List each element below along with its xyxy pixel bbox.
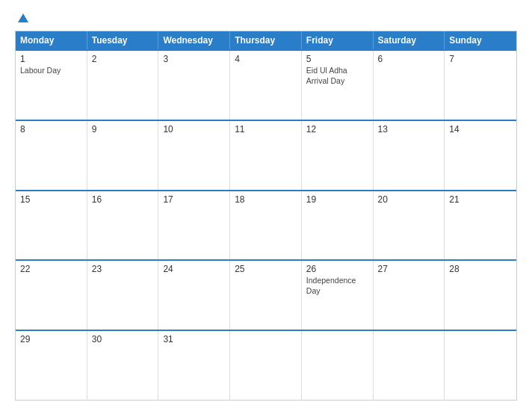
- cal-cell: 25: [230, 261, 302, 330]
- cal-cell: 1Labour Day: [16, 51, 87, 120]
- cal-cell: [230, 331, 302, 400]
- day-number: 22: [20, 264, 82, 274]
- logo-blue-text: [15, 13, 28, 23]
- cal-cell: 4: [230, 51, 302, 120]
- day-event: Independence Day: [306, 276, 368, 296]
- cal-week-5: 293031: [16, 330, 516, 400]
- cal-cell: 16: [87, 191, 159, 260]
- day-event: Eid Ul Adha: [306, 66, 368, 76]
- day-number: 26: [306, 264, 368, 274]
- cal-cell: 11: [230, 121, 302, 190]
- day-number: 18: [235, 194, 297, 205]
- day-number: 28: [449, 264, 512, 274]
- day-number: 30: [92, 334, 154, 344]
- cal-cell: 12: [302, 121, 374, 190]
- cal-cell: 20: [374, 191, 445, 260]
- cal-cell: 18: [230, 191, 302, 260]
- day-number: 16: [92, 194, 154, 205]
- calendar-body: 1Labour Day2345Eid Ul AdhaArrival Day678…: [16, 49, 516, 400]
- day-number: 10: [163, 124, 225, 135]
- day-number: 14: [449, 124, 512, 135]
- cal-cell: 13: [374, 121, 445, 190]
- day-number: 24: [163, 264, 225, 274]
- cal-week-1: 1Labour Day2345Eid Ul AdhaArrival Day67: [16, 49, 516, 120]
- cal-header-sunday: Sunday: [445, 31, 516, 49]
- cal-cell: 31: [158, 331, 230, 400]
- page: MondayTuesdayWednesdayThursdayFridaySatu…: [0, 0, 532, 411]
- cal-cell: 27: [374, 261, 445, 330]
- cal-week-3: 15161718192021: [16, 190, 516, 260]
- day-number: 21: [449, 194, 512, 205]
- cal-cell: [302, 331, 374, 400]
- day-number: 2: [92, 54, 154, 64]
- cal-cell: 5Eid Ul AdhaArrival Day: [302, 51, 374, 120]
- cal-cell: 2: [87, 51, 159, 120]
- cal-cell: 9: [87, 121, 159, 190]
- day-number: 20: [378, 194, 440, 205]
- day-number: 25: [235, 264, 297, 274]
- day-number: 6: [378, 54, 440, 64]
- cal-cell: 6: [374, 51, 445, 120]
- day-number: 29: [20, 334, 82, 344]
- day-number: 5: [306, 54, 368, 64]
- cal-cell: 26Independence Day: [302, 261, 374, 330]
- header: [15, 13, 517, 23]
- calendar: MondayTuesdayWednesdayThursdayFridaySatu…: [15, 31, 517, 401]
- day-number: 7: [449, 54, 512, 64]
- cal-cell: 7: [445, 51, 516, 120]
- cal-cell: 22: [16, 261, 87, 330]
- day-number: 17: [163, 194, 225, 205]
- day-number: 9: [92, 124, 154, 135]
- day-event: Labour Day: [20, 66, 82, 76]
- cal-week-4: 2223242526Independence Day2728: [16, 259, 516, 330]
- day-number: 3: [163, 54, 225, 64]
- day-event: Arrival Day: [306, 76, 368, 87]
- cal-cell: 21: [445, 191, 516, 260]
- cal-header-wednesday: Wednesday: [158, 31, 230, 49]
- day-number: 4: [235, 54, 297, 64]
- logo-triangle-icon: [18, 13, 28, 22]
- day-number: 12: [306, 124, 368, 135]
- cal-header-tuesday: Tuesday: [87, 31, 159, 49]
- cal-cell: [374, 331, 445, 400]
- day-number: 31: [163, 334, 225, 344]
- cal-header-saturday: Saturday: [374, 31, 445, 49]
- day-number: 23: [92, 264, 154, 274]
- cal-cell: 23: [87, 261, 159, 330]
- cal-cell: 3: [158, 51, 230, 120]
- calendar-header-row: MondayTuesdayWednesdayThursdayFridaySatu…: [16, 31, 516, 49]
- cal-cell: [445, 331, 516, 400]
- day-number: 11: [235, 124, 297, 135]
- cal-cell: 30: [87, 331, 159, 400]
- logo: [15, 13, 28, 23]
- cal-header-thursday: Thursday: [230, 31, 302, 49]
- cal-cell: 15: [16, 191, 87, 260]
- cal-cell: 17: [158, 191, 230, 260]
- cal-week-2: 891011121314: [16, 120, 516, 190]
- day-number: 13: [378, 124, 440, 135]
- cal-cell: 14: [445, 121, 516, 190]
- cal-cell: 10: [158, 121, 230, 190]
- cal-header-friday: Friday: [302, 31, 374, 49]
- day-number: 1: [20, 54, 82, 64]
- cal-cell: 19: [302, 191, 374, 260]
- day-number: 27: [378, 264, 440, 274]
- cal-cell: 28: [445, 261, 516, 330]
- day-number: 15: [20, 194, 82, 205]
- cal-cell: 29: [16, 331, 87, 400]
- day-number: 19: [306, 194, 368, 205]
- cal-cell: 8: [16, 121, 87, 190]
- day-number: 8: [20, 124, 82, 135]
- cal-cell: 24: [158, 261, 230, 330]
- cal-header-monday: Monday: [16, 31, 87, 49]
